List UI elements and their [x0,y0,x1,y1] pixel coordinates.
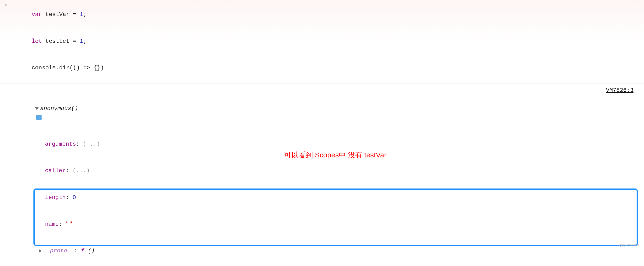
number-literal: 1 [80,11,83,18]
prop-key: arguments [45,141,76,147]
prop-key: caller [45,167,66,174]
prop-name[interactable]: name: "" [11,211,639,237]
output-marker [0,84,11,85]
console-output-row: VM7826:3 anonymous() i arguments: (...) … [0,84,644,266]
keyword-var: var [32,11,42,18]
prop-key: length [45,194,66,201]
function-name: anonymous() [40,105,78,112]
input-marker: > [0,1,11,9]
console-output-content: VM7826:3 anonymous() i arguments: (...) … [11,84,644,266]
watermark: @掘金技术社区 [619,243,639,247]
prop-value: 0 [72,194,76,201]
prop-key: name [45,221,59,227]
console-input-row: > var testVar = 1; let testLet = 1; cons… [0,0,644,84]
code-text: console.dir(() => {}) [32,65,104,71]
number-literal: 1 [80,38,83,45]
code-text: testLet = [42,38,80,45]
info-icon[interactable]: i [36,115,42,120]
prop-length[interactable]: length: 0 [11,184,639,211]
console-input-code[interactable]: var testVar = 1; let testLet = 1; consol… [11,1,644,81]
source-link-row: VM7826:3 [11,84,639,95]
code-text: ; [83,11,86,18]
source-link[interactable]: VM7826:3 [606,86,634,95]
object-header[interactable]: anonymous() i [11,95,639,131]
function-f: f [81,247,84,254]
annotation-text: 可以看到 Scopes中 没有 testVar [284,150,386,160]
prop-proto[interactable]: __proto__: f () [5,237,639,264]
expand-toggle-icon[interactable] [39,249,42,253]
prop-value[interactable]: (...) [72,167,90,174]
prop-function-location[interactable]: [[FunctionLocation]]: VM7826:3 [11,264,639,266]
prop-caller[interactable]: caller: (...) [11,157,639,184]
prop-key: __proto__ [43,247,74,254]
expand-toggle-icon[interactable] [35,107,39,110]
prop-value[interactable]: (...) [83,141,100,147]
prop-value: () [84,247,94,254]
keyword-let: let [32,38,42,45]
code-text: ; [83,38,86,45]
prop-value: "" [66,221,72,227]
code-text: testVar = [42,11,80,18]
